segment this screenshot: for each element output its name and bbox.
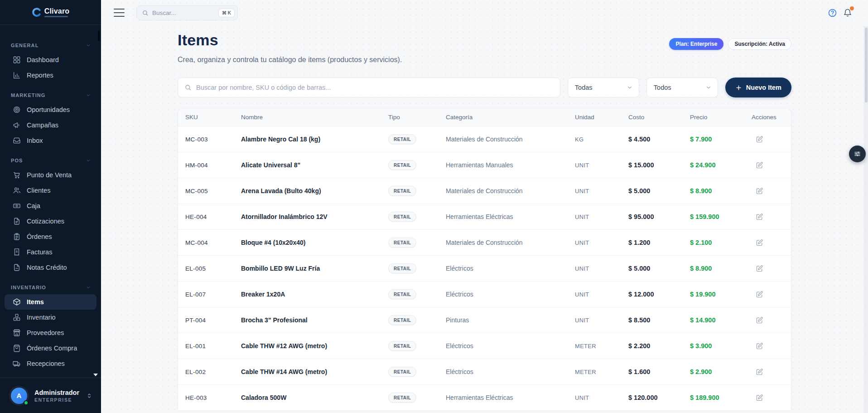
topbar: ⌘ K <box>101 0 868 25</box>
sidebar-item-proveedores[interactable]: Proveedores <box>5 325 96 340</box>
brand-logo[interactable]: Clivaro <box>0 0 101 25</box>
boxes-icon <box>13 313 21 321</box>
sidebar-item-facturas[interactable]: Facturas <box>5 244 96 260</box>
online-status-dot <box>24 400 29 405</box>
table-row[interactable]: PT-004Brocha 3" ProfesionalRETAILPintura… <box>178 307 791 333</box>
scrollbar-thumb[interactable] <box>865 28 868 102</box>
tipo-badge: RETAIL <box>388 289 416 299</box>
type-filter-select[interactable]: Todos <box>646 78 718 97</box>
sidebar-item-caja[interactable]: Caja <box>5 198 96 214</box>
edit-item-button[interactable] <box>753 314 765 326</box>
chevron-up-down-icon <box>86 392 93 399</box>
edit-item-button[interactable] <box>753 288 765 300</box>
cell-sku: HM-004 <box>185 162 241 169</box>
global-search[interactable]: ⌘ K <box>136 5 238 20</box>
col-header-sku[interactable]: SKU <box>185 114 241 121</box>
col-header-unidad[interactable]: Unidad <box>575 114 628 121</box>
scroll-down-indicator[interactable] <box>93 374 98 376</box>
sidebar-item-recepciones[interactable]: Recepciones <box>5 356 96 371</box>
edit-item-button[interactable] <box>753 159 765 171</box>
sidebar-item-campanas[interactable]: Campañas <box>5 117 96 133</box>
cell-precio: $ 8.900 <box>690 265 752 272</box>
cell-tipo: RETAIL <box>388 315 446 325</box>
sidebar-section-marketing[interactable]: MARKETING <box>0 88 101 102</box>
user-menu[interactable]: A Administrador ENTERPRISE <box>0 378 101 413</box>
edit-item-button[interactable] <box>753 366 765 378</box>
edit-item-button[interactable] <box>753 237 765 248</box>
sidebar-item-oportunidades[interactable]: Oportunidades <box>5 102 96 117</box>
cell-acciones <box>752 314 784 326</box>
cell-unidad: METER <box>575 343 628 350</box>
cell-unidad: UNIT <box>575 291 628 298</box>
table-row[interactable]: MC-003Alambre Negro Cal 18 (kg)RETAILMat… <box>178 126 791 152</box>
edit-item-button[interactable] <box>753 340 765 352</box>
sidebar-section-pos[interactable]: POS <box>0 154 101 167</box>
clivaro-logo-icon <box>32 7 42 17</box>
sidebar-section-contabilidad[interactable]: CONTABILIDAD <box>0 377 101 378</box>
sidebar-item-punto-de-venta[interactable]: Punto de Venta <box>5 167 96 183</box>
chevron-down-icon <box>86 92 91 98</box>
col-header-costo[interactable]: Costo <box>628 114 690 121</box>
cell-costo: $ 15.000 <box>628 161 690 169</box>
quick-settings-fab[interactable] <box>849 146 866 162</box>
sidebar-item-label: Clientes <box>27 187 50 194</box>
col-header-tipo[interactable]: Tipo <box>388 114 446 121</box>
table-row[interactable]: EL-007Breaker 1x20ARETAILEléctricosUNIT$… <box>178 282 791 307</box>
col-header-categoria[interactable]: Categoría <box>446 114 575 121</box>
cell-precio: $ 159.900 <box>690 213 752 220</box>
notifications-button[interactable] <box>840 5 855 20</box>
sidebar-item-inventario[interactable]: Inventario <box>5 310 96 325</box>
sidebar-section-general[interactable]: GENERAL <box>0 39 101 52</box>
table-row[interactable]: MC-004Bloque #4 (10x20x40)RETAILMaterial… <box>178 230 791 256</box>
category-filter-select[interactable]: Todas <box>568 78 639 97</box>
sidebar-section-inventario[interactable]: INVENTARIO <box>0 281 101 294</box>
sidebar-item-notas-credito[interactable]: Notas Crédito <box>5 260 96 275</box>
tipo-badge: RETAIL <box>388 212 416 222</box>
col-header-nombre[interactable]: Nombre <box>241 114 388 121</box>
tipo-badge: RETAIL <box>388 341 416 351</box>
new-item-button[interactable]: Nuevo Item <box>725 78 791 97</box>
cell-tipo: RETAIL <box>388 212 446 222</box>
cell-acciones <box>752 262 784 274</box>
edit-icon <box>756 316 763 324</box>
cell-categoria: Herramientas Manuales <box>446 161 575 169</box>
items-search-input[interactable] <box>196 84 554 91</box>
items-search[interactable] <box>178 78 560 97</box>
edit-item-button[interactable] <box>753 392 765 403</box>
sidebar-item-clientes[interactable]: Clientes <box>5 183 96 198</box>
megaphone-icon <box>13 121 21 129</box>
sidebar-scrollbar-thumb[interactable] <box>98 30 100 41</box>
sidebar-item-ordenes-compra[interactable]: Órdenes Compra <box>5 340 96 356</box>
table-row[interactable]: HE-004Atornillador Inalámbrico 12VRETAIL… <box>178 204 791 230</box>
edit-icon <box>756 394 763 402</box>
cell-acciones <box>752 133 784 145</box>
cell-sku: EL-005 <box>185 265 241 272</box>
page-scrollbar[interactable] <box>864 26 868 413</box>
edit-item-button[interactable] <box>753 133 765 145</box>
sidebar-item-dashboard[interactable]: Dashboard <box>5 52 96 68</box>
table-row[interactable]: MC-005Arena Lavada (Bulto 40kg)RETAILMat… <box>178 178 791 204</box>
table-row[interactable]: HE-003Caladora 500WRETAILHerramientas El… <box>178 385 791 411</box>
hamburger-menu-button[interactable] <box>114 9 125 17</box>
table-row[interactable]: HM-004Alicate Universal 8"RETAILHerramie… <box>178 152 791 178</box>
cell-nombre: Alambre Negro Cal 18 (kg) <box>241 136 388 143</box>
edit-item-button[interactable] <box>753 185 765 197</box>
table-row[interactable]: EL-001Cable THW #12 AWG (metro)RETAILElé… <box>178 333 791 359</box>
cell-acciones <box>752 211 784 223</box>
edit-item-button[interactable] <box>753 262 765 274</box>
cell-sku: MC-004 <box>185 239 241 246</box>
sidebar-item-reportes[interactable]: Reportes <box>5 68 96 83</box>
sidebar-item-items[interactable]: Items <box>5 294 96 310</box>
sidebar-item-inbox[interactable]: Inbox <box>5 133 96 148</box>
sidebar-item-ordenes[interactable]: Órdenes <box>5 229 96 244</box>
cell-categoria: Eléctricos <box>446 291 575 298</box>
cell-unidad: UNIT <box>575 239 628 246</box>
table-row[interactable]: EL-005Bombillo LED 9W Luz FríaRETAILEléc… <box>178 256 791 282</box>
help-button[interactable] <box>825 5 840 20</box>
edit-item-button[interactable] <box>753 211 765 223</box>
file-minus-icon <box>13 263 21 272</box>
table-row[interactable]: EL-002Cable THW #14 AWG (metro)RETAILElé… <box>178 359 791 385</box>
sidebar-item-cotizaciones[interactable]: Cotizaciones <box>5 214 96 229</box>
global-search-input[interactable] <box>152 10 215 16</box>
col-header-precio[interactable]: Precio <box>690 114 752 121</box>
